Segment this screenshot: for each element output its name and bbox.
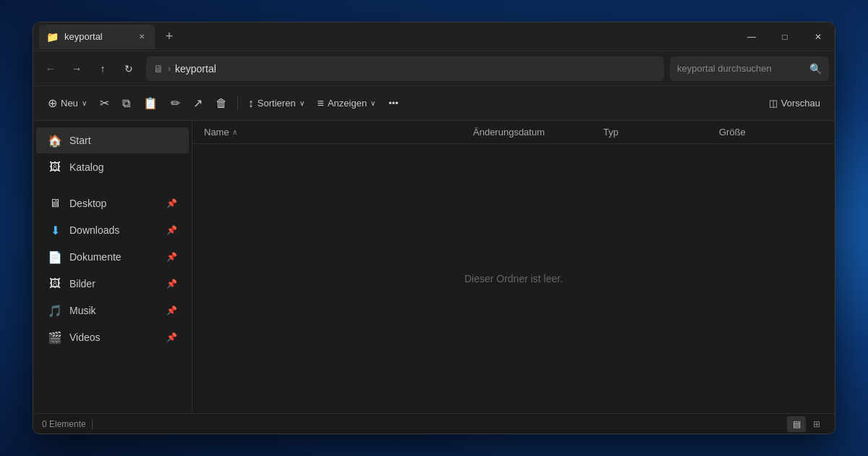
sidebar-item-videos[interactable]: 🎬 Videos 📌 — [36, 324, 189, 350]
active-tab[interactable]: 📁 keyportal ✕ — [39, 25, 155, 49]
sidebar-item-start[interactable]: 🏠 Start — [36, 127, 189, 153]
sidebar-musik-label: Musik — [69, 305, 159, 316]
rename-button[interactable]: ✏ — [165, 91, 186, 116]
search-placeholder: keyportal durchsuchen — [677, 63, 805, 74]
status-divider — [92, 419, 93, 429]
empty-folder-text: Dieser Ordner ist leer. — [464, 273, 563, 284]
sidebar-downloads-label: Downloads — [69, 224, 159, 236]
new-button[interactable]: ⊕ Neu ∨ — [42, 91, 93, 116]
view-label: Anzeigen — [328, 98, 367, 109]
paste-icon: 📋 — [143, 96, 158, 110]
tab-folder-icon: 📁 — [46, 31, 59, 43]
column-name-label: Name — [204, 127, 229, 138]
file-pane: Name ∧ Änderungsdatum Typ Größe Dieser O… — [192, 121, 835, 413]
column-size-label: Größe — [719, 127, 746, 138]
new-tab-button[interactable]: + — [158, 25, 181, 48]
new-label: Neu — [61, 98, 78, 109]
sidebar-bilder-label: Bilder — [69, 278, 159, 290]
minimize-button[interactable]: — — [735, 22, 768, 51]
column-sort-icon: ∧ — [232, 128, 237, 136]
share-button[interactable]: ↗ — [187, 91, 208, 116]
view-icon: ≡ — [318, 97, 324, 110]
file-explorer-window: 📁 keyportal ✕ + — □ ✕ ← → ↑ ↻ 🖥 › keypor… — [33, 22, 835, 434]
pin-icon-desktop: 📌 — [166, 198, 177, 208]
home-icon: 🏠 — [48, 134, 62, 148]
view-tiles-button[interactable]: ⊞ — [807, 416, 826, 432]
view-toggle: ▤ ⊞ — [787, 416, 826, 432]
search-bar[interactable]: keyportal durchsuchen 🔍 — [670, 56, 829, 81]
search-icon: 🔍 — [809, 63, 822, 75]
view-list-icon: ▤ — [793, 419, 801, 429]
delete-button[interactable]: 🗑 — [210, 91, 233, 116]
tab-area: 📁 keyportal ✕ + — [33, 22, 735, 51]
up-button[interactable]: ↑ — [91, 57, 114, 80]
sidebar: 🏠 Start 🖼 Katalog 🖥 Desktop 📌 ⬇ Download… — [33, 121, 192, 413]
sidebar-item-musik[interactable]: 🎵 Musik 📌 — [36, 297, 189, 324]
sort-chevron-icon: ∨ — [299, 99, 305, 107]
pin-icon-bilder: 📌 — [166, 279, 177, 289]
paste-button[interactable]: 📋 — [137, 91, 163, 116]
sort-button[interactable]: ↕ Sortieren ∨ — [242, 91, 310, 116]
column-size[interactable]: Größe — [713, 127, 835, 138]
sort-label: Sortieren — [258, 98, 296, 109]
tab-title: keyportal — [64, 31, 130, 42]
share-icon: ↗ — [193, 96, 203, 110]
cut-icon: ✂ — [100, 96, 109, 110]
address-bar[interactable]: 🖥 › keyportal — [146, 56, 664, 81]
bilder-icon: 🖼 — [48, 277, 62, 290]
preview-button[interactable]: ◫ Vorschau — [763, 91, 826, 116]
gallery-icon: 🖼 — [48, 161, 62, 174]
sidebar-desktop-label: Desktop — [69, 198, 159, 209]
column-type-label: Typ — [603, 127, 618, 138]
sort-icon: ↕ — [248, 97, 254, 110]
preview-icon: ◫ — [769, 98, 778, 109]
copy-button[interactable]: ⧉ — [116, 91, 136, 116]
main-content: 🏠 Start 🖼 Katalog 🖥 Desktop 📌 ⬇ Download… — [33, 121, 835, 413]
refresh-button[interactable]: ↻ — [117, 57, 140, 80]
address-computer-icon: 🖥 — [153, 63, 163, 75]
view-list-button[interactable]: ▤ — [787, 416, 806, 432]
sidebar-item-katalog[interactable]: 🖼 Katalog — [36, 154, 189, 180]
desktop-icon: 🖥 — [48, 197, 62, 210]
more-icon: ••• — [388, 98, 399, 109]
copy-icon: ⧉ — [122, 97, 130, 110]
maximize-button[interactable]: □ — [768, 22, 801, 51]
sidebar-katalog-label: Katalog — [69, 161, 177, 173]
address-path: keyportal — [175, 63, 216, 75]
view-chevron-icon: ∨ — [370, 99, 375, 107]
address-chevron-icon: › — [168, 64, 171, 74]
status-bar: 0 Elemente ▤ ⊞ — [33, 413, 835, 434]
sidebar-item-bilder[interactable]: 🖼 Bilder 📌 — [36, 271, 189, 297]
sidebar-item-downloads[interactable]: ⬇ Downloads 📌 — [36, 217, 189, 243]
cut-button[interactable]: ✂ — [94, 91, 115, 116]
sidebar-item-dokumente[interactable]: 📄 Dokumente 📌 — [36, 244, 189, 270]
rename-icon: ✏ — [171, 96, 180, 110]
tab-close-button[interactable]: ✕ — [136, 31, 148, 43]
title-bar: 📁 keyportal ✕ + — □ ✕ — [33, 22, 835, 51]
sidebar-dokumente-label: Dokumente — [69, 251, 159, 263]
view-button[interactable]: ≡ Anzeigen ∨ — [312, 91, 382, 116]
forward-button[interactable]: → — [65, 57, 88, 80]
status-count: 0 Elemente — [42, 419, 86, 429]
window-controls: — □ ✕ — [735, 22, 835, 51]
column-type[interactable]: Typ — [597, 127, 713, 138]
pin-icon-videos: 📌 — [166, 332, 177, 342]
column-header: Name ∧ Änderungsdatum Typ Größe — [192, 121, 835, 144]
back-button[interactable]: ← — [39, 57, 62, 80]
pin-icon-downloads: 📌 — [166, 225, 177, 235]
column-name[interactable]: Name ∧ — [192, 127, 467, 138]
dokumente-icon: 📄 — [48, 250, 62, 264]
empty-folder-message: Dieser Ordner ist leer. — [192, 144, 835, 413]
more-button[interactable]: ••• — [383, 91, 404, 116]
sidebar-gap — [33, 181, 192, 190]
downloads-icon: ⬇ — [48, 224, 62, 237]
videos-icon: 🎬 — [48, 331, 62, 345]
view-tiles-icon: ⊞ — [813, 419, 820, 429]
navigation-bar: ← → ↑ ↻ 🖥 › keyportal keyportal durchsuc… — [33, 51, 835, 86]
delete-icon: 🗑 — [216, 97, 227, 110]
sidebar-item-desktop[interactable]: 🖥 Desktop 📌 — [36, 190, 189, 216]
close-button[interactable]: ✕ — [801, 22, 835, 51]
column-date-label: Änderungsdatum — [473, 127, 545, 138]
new-icon: ⊕ — [48, 96, 57, 110]
column-date[interactable]: Änderungsdatum — [467, 127, 597, 138]
